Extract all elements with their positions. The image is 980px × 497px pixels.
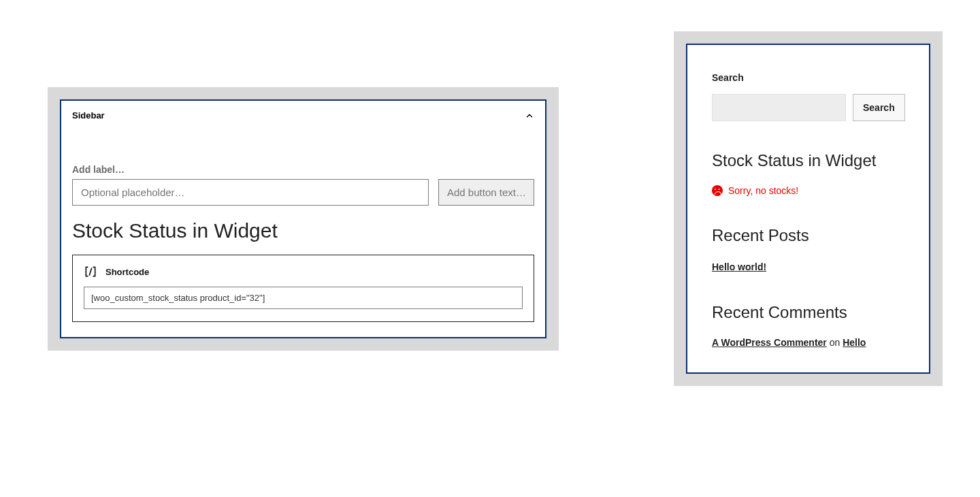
frown-icon <box>712 185 723 196</box>
recent-posts-widget: Recent Posts Hello world! <box>712 225 904 272</box>
search-button[interactable]: Search <box>853 94 905 121</box>
stock-status-message: Sorry, no stocks! <box>712 185 904 196</box>
add-label-text[interactable]: Add label… <box>72 164 534 175</box>
recent-post-link[interactable]: Hello world! <box>712 261 766 272</box>
comment-author-link[interactable]: A WordPress Commenter <box>712 337 827 348</box>
comment-on-word: on <box>830 337 840 348</box>
stock-widget-title: Stock Status in Widget <box>712 150 904 172</box>
shortcode-block[interactable]: Shortcode <box>72 255 534 322</box>
chevron-up-icon[interactable] <box>525 111 534 121</box>
panel-body: Add label… Stock Status in Widget Shortc <box>61 130 545 337</box>
comment-post-link[interactable]: Hello <box>843 337 866 348</box>
svg-line-0 <box>89 268 91 275</box>
search-widget-fields <box>72 179 534 206</box>
panel-title: Sidebar <box>72 110 105 121</box>
shortcode-icon <box>84 265 97 278</box>
button-text-input[interactable] <box>438 179 534 206</box>
search-input[interactable] <box>712 94 846 121</box>
widget-editor-container: Sidebar Add label… Stock Status in Widge… <box>48 87 559 351</box>
shortcode-header: Shortcode <box>84 265 523 278</box>
shortcode-label: Shortcode <box>105 267 149 277</box>
search-row: Search <box>712 94 904 121</box>
search-title: Search <box>712 72 904 83</box>
frontend-sidebar: Search Search Stock Status in Widget Sor… <box>686 44 930 374</box>
recent-comment-item: A WordPress Commenter on Hello <box>712 337 904 348</box>
recent-comments-widget: Recent Comments A WordPress Commenter on… <box>712 302 904 348</box>
recent-posts-heading: Recent Posts <box>712 225 904 246</box>
stock-status-text: Sorry, no stocks! <box>728 185 798 196</box>
placeholder-input[interactable] <box>72 179 429 206</box>
search-widget: Search Search <box>712 72 904 121</box>
shortcode-input[interactable] <box>84 287 523 309</box>
frontend-preview-container: Search Search Stock Status in Widget Sor… <box>674 31 943 386</box>
recent-comments-heading: Recent Comments <box>712 302 904 323</box>
stock-widget-heading[interactable]: Stock Status in Widget <box>72 219 534 242</box>
panel-header[interactable]: Sidebar <box>61 101 545 130</box>
stock-status-widget: Stock Status in Widget Sorry, no stocks! <box>712 150 904 196</box>
sidebar-widget-panel: Sidebar Add label… Stock Status in Widge… <box>60 99 546 338</box>
